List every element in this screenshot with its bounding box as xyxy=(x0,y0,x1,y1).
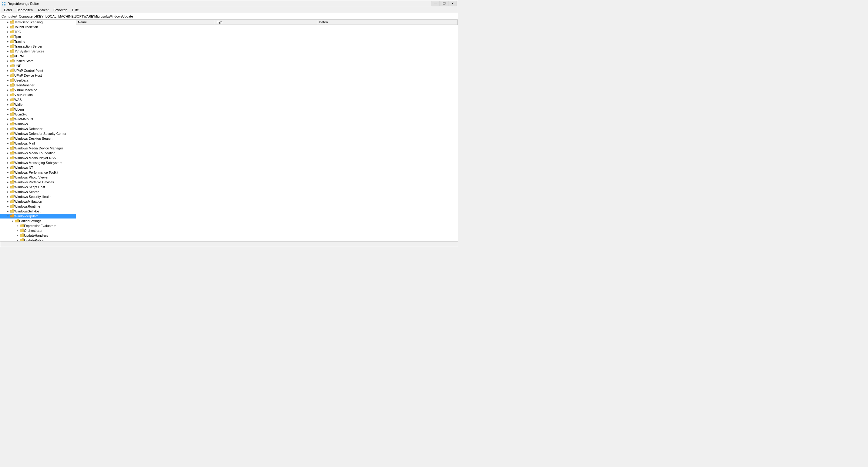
expand-icon-userdata[interactable] xyxy=(6,78,10,82)
tree-item-winsh[interactable]: Windows Script Host xyxy=(0,185,76,190)
menu-datei[interactable]: Datei xyxy=(2,8,14,12)
tree-item-winmmnss[interactable]: Windows Media Player NSS xyxy=(0,156,76,160)
expand-icon-winphoto[interactable] xyxy=(6,175,10,179)
tree-item-winmmdm[interactable]: Windows Media Device Manager xyxy=(0,146,76,151)
expand-icon-winperf[interactable] xyxy=(6,170,10,174)
tree-item-wimmount[interactable]: WIMMMount xyxy=(0,117,76,122)
expand-icon-winsh2[interactable] xyxy=(6,209,10,213)
expand-icon-tpg[interactable] xyxy=(6,30,10,34)
tree-item-windefsc[interactable]: Windows Defender Security Center xyxy=(0,131,76,136)
menu-ansicht[interactable]: Ansicht xyxy=(35,8,51,12)
tree-item-winsh2[interactable]: WindowsSelfHost xyxy=(0,209,76,214)
tree-item-updpol[interactable]: UpdatePolicy xyxy=(0,238,76,241)
expand-icon-udrm[interactable] xyxy=(6,54,10,58)
tree-item-winpd[interactable]: Windows Portable Devices xyxy=(0,180,76,185)
tree-item-winphoto[interactable]: Windows Photo Viewer xyxy=(0,175,76,180)
tree-item-userdata[interactable]: UserData xyxy=(0,78,76,83)
expand-icon-windefender[interactable] xyxy=(6,127,10,131)
tree-item-wcmsvc[interactable]: WcmSvc xyxy=(0,112,76,117)
expand-icon-wimmount[interactable] xyxy=(6,117,10,121)
expand-icon-winnt[interactable] xyxy=(6,165,10,170)
tree-item-updhdlr[interactable]: UpdateHandlers xyxy=(0,233,76,238)
tree-item-winmsg[interactable]: Windows Messaging Subsystem xyxy=(0,160,76,165)
expand-icon-winmmfound[interactable] xyxy=(6,151,10,155)
expand-icon-updpol[interactable] xyxy=(16,238,20,241)
tree-item-wbem[interactable]: Wbem xyxy=(0,107,76,112)
expand-icon-unp[interactable] xyxy=(6,64,10,68)
tree-item-winmit[interactable]: WindowsMitigation xyxy=(0,199,76,204)
expand-icon-transserver[interactable] xyxy=(6,44,10,48)
expand-icon-upnpcp[interactable] xyxy=(6,68,10,73)
left-panel[interactable]: TermServLicensing TouchPrediction TPG Tp… xyxy=(0,20,76,241)
expand-icon-upnpdh[interactable] xyxy=(6,73,10,77)
expand-icon-winrt[interactable] xyxy=(6,204,10,208)
expand-icon-wallet[interactable] xyxy=(6,102,10,107)
expand-icon-visualstudio[interactable] xyxy=(6,93,10,97)
tree-item-orchestr[interactable]: Orchestrator xyxy=(0,228,76,233)
expand-icon-wcmsvc[interactable] xyxy=(6,112,10,116)
tree-item-termserv[interactable]: TermServLicensing xyxy=(0,20,76,25)
expand-icon-windeskss[interactable] xyxy=(6,136,10,141)
expand-icon-winmmdm[interactable] xyxy=(6,146,10,150)
tree-item-udrm[interactable]: uDRM xyxy=(0,54,76,59)
expand-icon-tpm[interactable] xyxy=(6,35,10,39)
expand-icon-expreval[interactable] xyxy=(16,224,20,228)
expand-icon-winpd[interactable] xyxy=(6,180,10,184)
menu-hilfe[interactable]: Hilfe xyxy=(70,8,81,12)
tree-item-winrt[interactable]: WindowsRuntime xyxy=(0,204,76,209)
tree-item-tvsys[interactable]: TV System Services xyxy=(0,49,76,54)
tree-item-winupd[interactable]: WindowsUpdate xyxy=(0,214,76,219)
expand-icon-usermgr[interactable] xyxy=(6,83,10,87)
tree-item-touchpred[interactable]: TouchPrediction xyxy=(0,25,76,29)
menu-favoriten[interactable]: Favoriten xyxy=(51,8,70,12)
tree-item-winmail[interactable]: Windows Mail xyxy=(0,141,76,146)
tree-item-wallet[interactable]: Wallet xyxy=(0,102,76,107)
expand-icon-winseh[interactable] xyxy=(6,195,10,199)
expand-icon-winupd[interactable] xyxy=(6,214,10,218)
expand-icon-winmail[interactable] xyxy=(6,141,10,145)
expand-icon-unifiedstore[interactable] xyxy=(6,59,10,63)
tree-item-winnt[interactable]: Windows NT xyxy=(0,165,76,170)
tree-item-winseh[interactable]: Windows Security Health xyxy=(0,194,76,199)
expand-icon-winsearch[interactable] xyxy=(6,190,10,194)
tree-item-wab[interactable]: WAB xyxy=(0,97,76,102)
expand-icon-virtmach[interactable] xyxy=(6,88,10,92)
expand-icon-winmmnss[interactable] xyxy=(6,156,10,160)
expand-icon-tracing[interactable] xyxy=(6,39,10,44)
expand-icon-touchpred[interactable] xyxy=(6,25,10,29)
expand-icon-winsh[interactable] xyxy=(6,185,10,189)
restore-button[interactable]: ❐ xyxy=(440,1,448,6)
tree-item-visualstudio[interactable]: VisualStudio xyxy=(0,93,76,97)
tree-item-winperf[interactable]: Windows Performance Toolkit xyxy=(0,170,76,175)
expand-icon-tvsys[interactable] xyxy=(6,49,10,53)
minimize-button[interactable]: — xyxy=(432,1,439,6)
tree-item-usermgr[interactable]: UserManager xyxy=(0,83,76,88)
expand-icon-windefsc[interactable] xyxy=(6,132,10,136)
expand-icon-wab[interactable] xyxy=(6,98,10,102)
expand-icon-orchestr[interactable] xyxy=(16,229,20,233)
tree-item-tpg[interactable]: TPG xyxy=(0,29,76,34)
expand-icon-edset[interactable] xyxy=(11,219,15,223)
tree-item-virtmach[interactable]: Virtual Machine xyxy=(0,88,76,93)
expand-icon-winmsg[interactable] xyxy=(6,161,10,165)
tree-item-unp[interactable]: UNP xyxy=(0,63,76,68)
tree-item-winsearch[interactable]: Windows Search xyxy=(0,190,76,194)
expand-icon-updhdlr[interactable] xyxy=(16,233,20,238)
close-button[interactable]: ✕ xyxy=(448,1,457,6)
expand-icon-wbem[interactable] xyxy=(6,107,10,111)
tree-item-windows[interactable]: Windows xyxy=(0,122,76,126)
tree-item-winmmfound[interactable]: Windows Media Foundation xyxy=(0,151,76,156)
tree-item-unifiedstore[interactable]: Unified Store xyxy=(0,59,76,63)
expand-icon-winmit[interactable] xyxy=(6,199,10,204)
expand-icon-termserv[interactable] xyxy=(6,20,10,24)
tree-item-edset[interactable]: EditionSettings xyxy=(0,219,76,223)
tree-item-upnpcp[interactable]: UPnP Control Point xyxy=(0,68,76,73)
tree-item-tpm[interactable]: Tpm xyxy=(0,34,76,39)
menu-bearbeiten[interactable]: Bearbeiten xyxy=(14,8,35,12)
expand-icon-windows[interactable] xyxy=(6,122,10,126)
tree-item-transserver[interactable]: Transaction Server xyxy=(0,44,76,49)
tree-item-upnpdh[interactable]: UPnP Device Host xyxy=(0,73,76,78)
tree-item-windefender[interactable]: Windows Defender xyxy=(0,126,76,131)
tree-item-expreval[interactable]: ExpressionEvaluators xyxy=(0,223,76,228)
tree-item-tracing[interactable]: Tracing xyxy=(0,39,76,44)
